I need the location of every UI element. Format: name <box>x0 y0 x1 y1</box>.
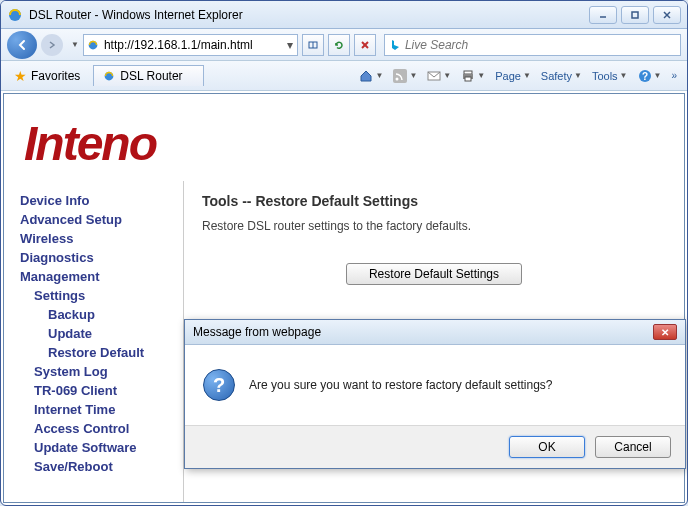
help-button[interactable]: ?▼ <box>634 67 666 85</box>
sidebar-item-settings[interactable]: Settings <box>20 286 183 305</box>
svg-rect-16 <box>465 77 471 81</box>
svg-point-12 <box>396 77 399 80</box>
print-button[interactable]: ▼ <box>457 67 489 85</box>
sidebar-item-device-info[interactable]: Device Info <box>20 191 183 210</box>
address-bar[interactable]: ▾ <box>83 34 298 56</box>
dialog-title-text: Message from webpage <box>193 325 653 339</box>
logo-area: Inteno <box>4 94 684 181</box>
confirm-dialog: Message from webpage ✕ ? Are you sure yo… <box>184 319 686 469</box>
sidebar-nav: Device InfoAdvanced SetupWirelessDiagnos… <box>4 181 184 502</box>
page-menu[interactable]: Page▼ <box>491 68 535 84</box>
restore-defaults-button[interactable]: Restore Default Settings <box>346 263 522 285</box>
sidebar-item-advanced-setup[interactable]: Advanced Setup <box>20 210 183 229</box>
favorites-label: Favorites <box>31 69 80 83</box>
minimize-button[interactable] <box>589 6 617 24</box>
sidebar-item-backup[interactable]: Backup <box>20 305 183 324</box>
question-icon: ? <box>203 369 235 401</box>
favorites-button[interactable]: ★ Favorites <box>7 65 87 87</box>
compat-button[interactable] <box>302 34 324 56</box>
forward-button[interactable] <box>41 34 63 56</box>
ie-icon <box>7 7 23 23</box>
star-icon: ★ <box>14 68 27 84</box>
cancel-button[interactable]: Cancel <box>595 436 671 458</box>
body-area: Device InfoAdvanced SetupWirelessDiagnos… <box>4 181 684 502</box>
dialog-close-button[interactable]: ✕ <box>653 324 677 340</box>
page-description: Restore DSL router settings to the facto… <box>202 219 666 233</box>
main-panel: Tools -- Restore Default Settings Restor… <box>184 181 684 502</box>
history-dropdown[interactable]: ▼ <box>71 40 79 49</box>
sidebar-item-update-software[interactable]: Update Software <box>20 438 183 457</box>
svg-rect-2 <box>632 12 638 18</box>
sidebar-item-tr-069-client[interactable]: TR-069 Client <box>20 381 183 400</box>
bing-icon <box>385 38 405 52</box>
dialog-titlebar: Message from webpage ✕ <box>185 320 685 345</box>
stop-button[interactable] <box>354 34 376 56</box>
overflow-button[interactable]: » <box>667 70 681 81</box>
sidebar-item-restore-default[interactable]: Restore Default <box>20 343 183 362</box>
favorites-bar: ★ Favorites DSL Router ▼ ▼ ▼ ▼ Page▼ Saf… <box>1 61 687 91</box>
search-bar[interactable] <box>384 34 681 56</box>
page-heading: Tools -- Restore Default Settings <box>202 193 666 209</box>
titlebar: DSL Router - Windows Internet Explorer <box>1 1 687 29</box>
browser-window: DSL Router - Windows Internet Explorer ▼… <box>0 0 688 506</box>
refresh-button[interactable] <box>328 34 350 56</box>
url-input[interactable] <box>102 38 283 52</box>
navbar: ▼ ▾ <box>1 29 687 61</box>
brand-logo: Inteno <box>24 116 664 171</box>
dialog-message: Are you sure you want to restore factory… <box>249 378 553 392</box>
tab-page-icon <box>102 69 116 83</box>
sidebar-item-diagnostics[interactable]: Diagnostics <box>20 248 183 267</box>
back-button[interactable] <box>7 31 37 59</box>
svg-rect-14 <box>464 71 472 74</box>
tools-menu[interactable]: Tools▼ <box>588 68 632 84</box>
browser-tab[interactable]: DSL Router <box>93 65 203 86</box>
sidebar-item-management[interactable]: Management <box>20 267 183 286</box>
page-icon <box>84 38 102 52</box>
safety-menu[interactable]: Safety▼ <box>537 68 586 84</box>
dialog-body: ? Are you sure you want to restore facto… <box>185 345 685 425</box>
sidebar-item-access-control[interactable]: Access Control <box>20 419 183 438</box>
sidebar-item-update[interactable]: Update <box>20 324 183 343</box>
home-button[interactable]: ▼ <box>355 67 387 85</box>
window-title: DSL Router - Windows Internet Explorer <box>29 8 589 22</box>
mail-button[interactable]: ▼ <box>423 68 455 84</box>
dialog-button-row: OK Cancel <box>185 425 685 468</box>
url-dropdown[interactable]: ▾ <box>283 38 297 52</box>
sidebar-item-save-reboot[interactable]: Save/Reboot <box>20 457 183 476</box>
sidebar-item-system-log[interactable]: System Log <box>20 362 183 381</box>
sidebar-item-wireless[interactable]: Wireless <box>20 229 183 248</box>
maximize-button[interactable] <box>621 6 649 24</box>
search-input[interactable] <box>405 38 680 52</box>
svg-text:?: ? <box>641 71 647 82</box>
command-bar: ▼ ▼ ▼ ▼ Page▼ Safety▼ Tools▼ ?▼ » <box>355 67 681 85</box>
close-button[interactable] <box>653 6 681 24</box>
feeds-button[interactable]: ▼ <box>389 67 421 85</box>
ok-button[interactable]: OK <box>509 436 585 458</box>
tab-label: DSL Router <box>120 69 182 83</box>
page-content: Inteno Device InfoAdvanced SetupWireless… <box>3 93 685 503</box>
window-controls <box>589 6 681 24</box>
sidebar-item-internet-time[interactable]: Internet Time <box>20 400 183 419</box>
